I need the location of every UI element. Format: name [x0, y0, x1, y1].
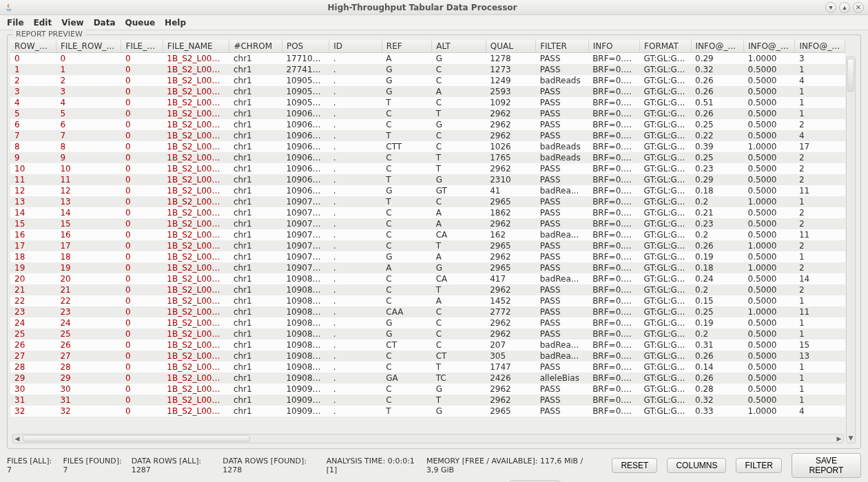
table-cell[interactable]: 0.5000 — [744, 395, 795, 406]
table-cell[interactable]: 2426 — [486, 373, 535, 384]
table-cell[interactable]: 15 — [795, 339, 845, 350]
table-cell[interactable]: 0 — [121, 395, 163, 406]
table-cell[interactable]: . — [329, 97, 382, 108]
table-cell[interactable]: 0.5000 — [744, 86, 795, 97]
table-cell[interactable]: C — [432, 196, 486, 207]
table-cell[interactable]: . — [329, 306, 382, 317]
table-cell[interactable]: GT — [432, 185, 486, 196]
table-cell[interactable]: 27741425 — [282, 64, 329, 75]
table-cell[interactable]: 2962 — [486, 284, 535, 295]
table-cell[interactable]: 28 — [10, 362, 56, 373]
table-cell[interactable]: C — [432, 317, 486, 328]
table-cell[interactable]: GT:GL:G... — [640, 152, 691, 163]
table-cell[interactable]: 1B_S2_L001.... — [163, 185, 229, 196]
table-cell[interactable]: 1B_S2_L001.... — [163, 339, 229, 350]
table-row[interactable]: 9901B_S2_L001....chr1109064....CT1765bad… — [10, 152, 845, 163]
table-cell[interactable]: 109075... — [282, 251, 329, 262]
table-cell[interactable]: 109070... — [282, 218, 329, 229]
table-cell[interactable]: BRF=0.2... — [588, 328, 639, 339]
table-cell[interactable]: 2 — [795, 119, 845, 130]
table-cell[interactable]: 0.15 — [691, 295, 743, 306]
table-cell[interactable]: 1B_S2_L001.... — [163, 86, 229, 97]
table-cell[interactable]: GT:GL:G... — [640, 196, 691, 207]
table-cell[interactable]: chr1 — [229, 196, 282, 207]
table-cell[interactable]: 0.2 — [691, 328, 743, 339]
table-cell[interactable]: 305 — [486, 350, 535, 362]
table-cell[interactable]: 1.0000 — [744, 306, 795, 317]
table-cell[interactable]: T — [432, 240, 486, 251]
table-cell[interactable]: 109084... — [282, 328, 329, 339]
table-cell[interactable]: PASS — [536, 196, 588, 207]
table-cell[interactable]: 1 — [795, 362, 845, 373]
table-cell[interactable]: GA — [382, 373, 431, 384]
table-cell[interactable]: C — [432, 130, 486, 141]
table-cell[interactable]: 0.2 — [691, 196, 743, 207]
table-cell[interactable]: chr1 — [229, 362, 282, 373]
table-cell[interactable]: 23 — [10, 306, 56, 317]
table-row[interactable]: 181801B_S2_L001....chr1109075....GA2962P… — [10, 251, 845, 262]
table-cell[interactable]: 1862 — [486, 207, 535, 218]
table-cell[interactable]: 0 — [121, 339, 163, 350]
table-cell[interactable]: 109059... — [282, 97, 329, 108]
table-cell[interactable]: 24 — [56, 317, 121, 328]
table-cell[interactable]: CTT — [382, 141, 431, 152]
table-cell[interactable]: G — [432, 262, 486, 273]
table-cell[interactable]: 0.5000 — [744, 350, 795, 362]
table-cell[interactable]: T — [382, 97, 431, 108]
table-cell[interactable]: BRF=0.2... — [588, 240, 639, 251]
table-cell[interactable]: 0 — [121, 75, 163, 86]
table-cell[interactable]: 1B_S2_L001.... — [163, 395, 229, 406]
table-cell[interactable]: 2962 — [486, 317, 535, 328]
column-header[interactable]: INFO@_... — [691, 40, 743, 53]
table-cell[interactable]: BRF=0.2... — [588, 75, 639, 86]
table-cell[interactable]: BRF=0.3... — [588, 64, 639, 75]
table-cell[interactable]: T — [382, 196, 431, 207]
table-cell[interactable]: . — [329, 373, 382, 384]
table-cell[interactable]: BRF=0.1... — [588, 362, 639, 373]
column-header[interactable]: ALT — [432, 40, 486, 53]
table-cell[interactable]: 0 — [121, 141, 163, 152]
table-cell[interactable]: C — [432, 306, 486, 317]
table-cell[interactable]: 1B_S2_L001.... — [163, 64, 229, 75]
table-cell[interactable]: BRF=0.1... — [588, 251, 639, 262]
table-row[interactable]: 232301B_S2_L001....chr1109082....CAAC277… — [10, 306, 845, 317]
table-cell[interactable]: badReads — [536, 152, 588, 163]
table-cell[interactable]: 4 — [56, 97, 121, 108]
table-cell[interactable]: 1 — [10, 64, 56, 75]
table-cell[interactable]: . — [329, 130, 382, 141]
column-header[interactable]: INFO@_HP — [795, 40, 845, 53]
table-cell[interactable]: 0 — [121, 53, 163, 65]
table-cell[interactable]: 0.5000 — [744, 64, 795, 75]
table-cell[interactable]: 1 — [795, 395, 845, 406]
table-cell[interactable]: 17 — [56, 240, 121, 251]
table-cell[interactable]: 0.5000 — [744, 273, 795, 284]
table-cell[interactable]: G — [382, 86, 431, 97]
table-cell[interactable]: chr1 — [229, 218, 282, 229]
data-table[interactable]: ROW_NOFILE_ROW_NOFILE_NOFILE_NAME#CHROMP… — [10, 40, 845, 417]
table-row[interactable]: 121201B_S2_L001....chr1109069....GGT41ba… — [10, 185, 845, 196]
table-cell[interactable]: 17710413 — [282, 53, 329, 65]
table-cell[interactable]: GT:GL:G... — [640, 174, 691, 185]
table-row[interactable]: 282801B_S2_L001....chr1109088....CT1747P… — [10, 362, 845, 373]
table-cell[interactable]: GT:GL:G... — [640, 141, 691, 152]
table-cell[interactable]: 12 — [10, 185, 56, 196]
table-cell[interactable]: . — [329, 262, 382, 273]
table-cell[interactable]: GT:GL:G... — [640, 240, 691, 251]
table-cell[interactable]: 0.5000 — [744, 295, 795, 306]
table-cell[interactable]: . — [329, 163, 382, 174]
table-cell[interactable]: 6 — [10, 119, 56, 130]
table-row[interactable]: 323201B_S2_L001....chr1109091....TG2965P… — [10, 406, 845, 417]
table-cell[interactable]: 1 — [795, 373, 845, 384]
table-cell[interactable]: badRea... — [536, 339, 588, 350]
table-cell[interactable]: 2962 — [486, 395, 535, 406]
table-cell[interactable]: BRF=0.1... — [588, 185, 639, 196]
table-cell[interactable]: 1 — [56, 64, 121, 75]
table-cell[interactable]: 0.2 — [691, 229, 743, 240]
table-cell[interactable]: BRF=0.5... — [588, 97, 639, 108]
table-cell[interactable]: 2 — [795, 284, 845, 295]
table-cell[interactable]: G — [432, 174, 486, 185]
table-cell[interactable]: PASS — [536, 251, 588, 262]
table-cell[interactable]: 1B_S2_L001.... — [163, 53, 229, 65]
table-cell[interactable]: 109060... — [282, 108, 329, 119]
table-cell[interactable]: GT:GL:G... — [640, 64, 691, 75]
